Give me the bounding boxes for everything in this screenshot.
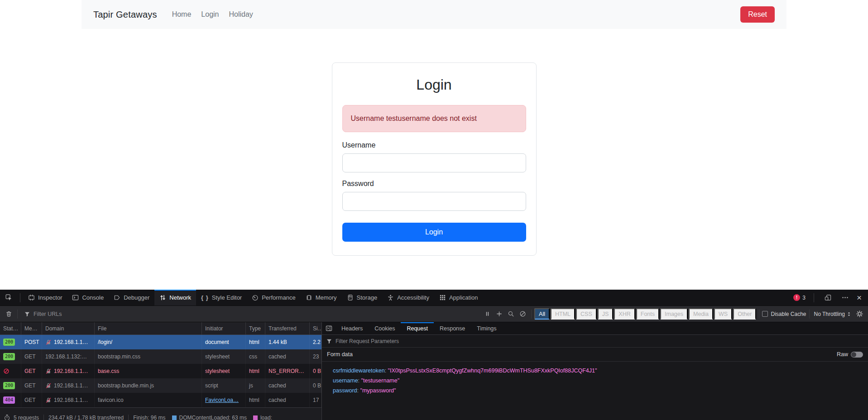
tab-label: Accessibility <box>397 294 429 301</box>
type-filter-css[interactable]: CSS <box>576 308 597 320</box>
request-table-header[interactable]: Stat…Me…DomainFileInitiatorTypeTransferr… <box>0 322 321 335</box>
type-filter-other[interactable]: Other <box>733 308 756 320</box>
tab-console[interactable]: Console <box>67 290 109 305</box>
login-submit-button[interactable]: Login <box>342 223 526 242</box>
reset-button[interactable]: Reset <box>740 6 775 23</box>
type-filter-images[interactable]: Images <box>660 308 688 320</box>
disable-cache-control[interactable]: Disable Cache <box>762 311 806 317</box>
table-row[interactable]: 404GET192.168.1.1…favicon.icoFaviconLoa…… <box>0 393 321 407</box>
gauge-icon <box>252 294 259 301</box>
type-filter-fonts[interactable]: Fonts <box>636 308 659 320</box>
separator <box>809 310 810 319</box>
domain-cell: 192.168.1.1… <box>42 393 95 407</box>
stopwatch-icon[interactable] <box>4 414 10 420</box>
type-filter-js[interactable]: JS <box>598 308 614 320</box>
table-row[interactable]: 200GET192.168.1.132:…bootstrap.min.cssst… <box>0 349 321 364</box>
initiator-cell: document <box>202 335 246 349</box>
person-icon <box>387 294 394 301</box>
column-header-stat-[interactable]: Stat… <box>0 322 21 334</box>
initiator-text: stylesheet <box>205 368 230 374</box>
dom-content-loaded: DOMContentLoaded: 63 ms <box>172 415 247 420</box>
details-tab-headers[interactable]: Headers <box>336 322 369 334</box>
search-button[interactable] <box>505 308 517 320</box>
raw-toggle-wrap: Raw <box>837 351 863 358</box>
file-cell: bootstrap.min.css <box>95 349 202 364</box>
disable-cache-checkbox[interactable] <box>762 311 768 317</box>
tab-application[interactable]: Application <box>434 290 483 305</box>
filter-urls-input[interactable] <box>34 311 481 317</box>
column-header-initiator[interactable]: Initiator <box>202 322 246 334</box>
column-header-file[interactable]: File <box>95 322 202 334</box>
devtools-menu-icon[interactable] <box>839 292 851 304</box>
column-header-me-[interactable]: Me… <box>21 322 42 334</box>
network-settings-button[interactable] <box>854 308 865 320</box>
details-tab-list: HeadersCookiesRequestResponseTimings <box>336 322 503 334</box>
tab-memory[interactable]: Memory <box>301 290 342 305</box>
pause-traffic-button[interactable] <box>481 308 493 320</box>
tab-network[interactable]: Network <box>154 290 196 305</box>
type-filter-media[interactable]: Media <box>689 308 713 320</box>
clear-requests-button[interactable] <box>3 308 14 320</box>
tab-storage[interactable]: Storage <box>342 290 383 305</box>
throttling-select[interactable]: No Throttling <box>812 311 854 317</box>
column-header-domain[interactable]: Domain <box>42 322 95 334</box>
finish-time: Finish: 96 ms <box>133 415 165 420</box>
initiator-cell: stylesheet <box>202 364 246 378</box>
form-data-param[interactable]: csrfmiddlewaretoken: "IX0tpsPssLstxSxE8c… <box>322 366 868 376</box>
details-tab-response[interactable]: Response <box>434 322 471 334</box>
table-row[interactable]: 200GET192.168.1.1…bootstrap.bundle.min.j… <box>0 378 321 393</box>
domain-text: 192.168.1.1… <box>54 397 88 403</box>
type-filter-ws[interactable]: WS <box>714 308 732 320</box>
status-cell <box>0 364 21 378</box>
column-header-type[interactable]: Type <box>246 322 265 334</box>
transferred-cell: cached <box>265 349 310 364</box>
username-label: Username <box>342 141 526 149</box>
size-cell: 0 B <box>310 364 321 378</box>
tab-debugger[interactable]: Debugger <box>109 290 154 305</box>
tab-accessibility[interactable]: Accessibility <box>382 290 434 305</box>
nav-link-home[interactable]: Home <box>167 7 197 22</box>
details-tab-request[interactable]: Request <box>401 322 434 334</box>
initiator-cell: stylesheet <box>202 349 246 364</box>
status-badge: 200 <box>3 353 15 360</box>
storage-icon <box>347 294 354 301</box>
raw-toggle-switch[interactable] <box>851 352 863 358</box>
form-data-title: Form data <box>327 351 353 358</box>
close-devtools-icon[interactable]: × <box>857 293 862 302</box>
password-field[interactable] <box>342 192 526 211</box>
form-data-param[interactable]: username: "testusername" <box>322 376 868 386</box>
devtools-tabbar: InspectorConsoleDebuggerNetwork{ }Style … <box>0 290 868 306</box>
responsive-design-mode-icon[interactable] <box>822 292 834 304</box>
site-page: Tapir Getaways HomeLoginHoliday Reset Lo… <box>0 0 868 290</box>
filter-request-parameters-input[interactable] <box>336 338 864 344</box>
pick-element-button[interactable] <box>0 290 17 305</box>
error-count-badge[interactable]: ! 3 <box>793 294 806 301</box>
details-tab-timings[interactable]: Timings <box>471 322 502 334</box>
status-cell: 200 <box>0 335 21 349</box>
network-summary-bar: 5 requests 234.47 kB / 1.78 kB transferr… <box>0 407 321 420</box>
form-data-param[interactable]: password: "mypassword" <box>322 386 868 396</box>
password-label: Password <box>342 180 526 188</box>
param-colon: : <box>385 368 388 374</box>
type-filter-xhr[interactable]: XHR <box>614 308 635 320</box>
type-filter-html[interactable]: HTML <box>551 308 575 320</box>
block-requests-button[interactable] <box>517 308 528 320</box>
nav-link-login[interactable]: Login <box>196 7 224 22</box>
new-request-button[interactable] <box>493 308 505 320</box>
initiator-text[interactable]: FaviconLoa… <box>205 397 239 403</box>
details-tab-cookies[interactable]: Cookies <box>369 322 401 334</box>
type-filter-all[interactable]: All <box>534 308 550 320</box>
column-header-si-[interactable]: Si… <box>310 322 321 334</box>
tab-inspector[interactable]: Inspector <box>23 290 67 305</box>
tab-performance[interactable]: Performance <box>247 290 300 305</box>
table-row[interactable]: GET192.168.1.1…base.cssstylesheethtmlNS_… <box>0 364 321 378</box>
size-cell: 23 <box>310 349 321 364</box>
tab-style-editor[interactable]: { }Style Editor <box>196 290 247 305</box>
brand[interactable]: Tapir Getaways <box>93 10 157 20</box>
request-details-panel: HeadersCookiesRequestResponseTimings For… <box>322 322 868 420</box>
toggle-details-panel-button[interactable] <box>322 322 336 334</box>
nav-link-holiday[interactable]: Holiday <box>224 7 258 22</box>
table-row[interactable]: 200POST192.168.1.1…/login/documenthtml1.… <box>0 335 321 349</box>
username-field[interactable] <box>342 153 526 172</box>
column-header-transferred[interactable]: Transferred <box>265 322 310 334</box>
